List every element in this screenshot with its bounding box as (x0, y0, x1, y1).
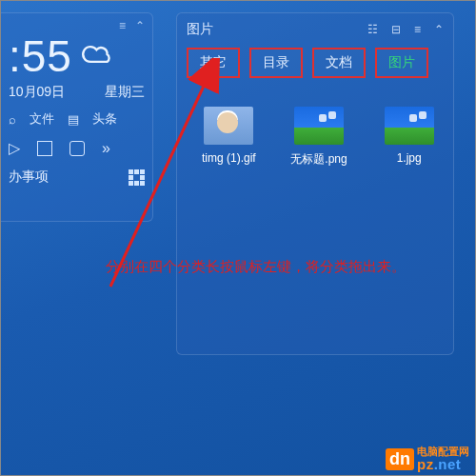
grid-icon[interactable] (69, 141, 85, 156)
annotation-text: 分别在四个分类长按鼠标左键，将分类拖出来。 (106, 253, 439, 281)
todo-row: 办事项 (9, 169, 145, 186)
headlines-link[interactable]: 头条 (92, 110, 117, 128)
thumbnail-image (294, 107, 344, 145)
panel-header-icons: ☷ ⊟ ≡ ⌃ (367, 23, 444, 36)
watermark-en: pz.net (417, 457, 469, 471)
watermark: dn 电脑配置网 pz.net (386, 446, 469, 471)
watermark-badge: dn (386, 448, 414, 470)
date-row: 10月09日 星期三 (9, 84, 145, 101)
panel-title: 图片 (187, 21, 213, 38)
search-icon[interactable]: ⌕ (9, 112, 16, 127)
category-tabs: 其它 目录 文档 图片 (187, 48, 444, 78)
tab-documents[interactable]: 文档 (312, 48, 366, 78)
list-item[interactable]: 1.jpg (374, 107, 444, 168)
widget-top-controls: ≡ ⌃ (9, 19, 145, 32)
more-icon[interactable]: » (102, 140, 108, 157)
square-icon[interactable] (37, 141, 52, 156)
widget-shortcuts: ⌕ 文件 ▤ 头条 (9, 110, 145, 128)
tab-directory[interactable]: 目录 (249, 48, 303, 78)
lock-icon[interactable]: ⊟ (391, 23, 401, 36)
file-link[interactable]: 文件 (30, 110, 54, 128)
thumbnail-caption: 1.jpg (397, 151, 422, 165)
weather-cloud-icon[interactable] (80, 36, 116, 76)
list-item[interactable]: timg (1).gif (194, 107, 264, 168)
thumbnail-grid: timg (1).gif 无标题.png 1.jpg (187, 107, 444, 168)
panel-header: 图片 ☷ ⊟ ≡ ⌃ (187, 21, 444, 38)
desktop-widget: ≡ ⌃ :55 10月09日 星期三 ⌕ 文件 ▤ 头条 ▷ » 办事项 (1, 12, 153, 222)
panel-menu-icon[interactable]: ≡ (414, 23, 421, 36)
thumbnail-caption: 无标题.png (290, 151, 347, 168)
list-item[interactable]: 无标题.png (285, 107, 354, 168)
view-list-icon[interactable]: ☷ (367, 23, 378, 36)
arrow-icon[interactable]: ▷ (9, 139, 20, 157)
qr-icon[interactable] (129, 169, 145, 186)
menu-icon[interactable]: ≡ (119, 19, 126, 32)
panel-collapse-icon[interactable]: ⌃ (434, 23, 444, 36)
watermark-text: 电脑配置网 pz.net (417, 446, 469, 471)
thumbnail-image (204, 107, 253, 145)
date-label: 10月09日 (9, 84, 65, 101)
clock-row: :55 (9, 34, 145, 78)
pictures-panel: 图片 ☷ ⊟ ≡ ⌃ 其它 目录 文档 图片 timg (1).gif 无标题.… (176, 12, 454, 355)
thumbnail-caption: timg (1).gif (202, 151, 256, 165)
widget-icon-row: ▷ » (9, 139, 145, 157)
doc-icon[interactable]: ▤ (68, 112, 79, 127)
tab-pictures[interactable]: 图片 (375, 48, 428, 78)
weekday-label: 星期三 (105, 84, 145, 101)
clock-time: :55 (9, 34, 72, 78)
todo-label[interactable]: 办事项 (9, 169, 49, 186)
thumbnail-image (385, 107, 434, 145)
tab-other[interactable]: 其它 (187, 48, 240, 78)
collapse-icon[interactable]: ⌃ (135, 19, 145, 32)
